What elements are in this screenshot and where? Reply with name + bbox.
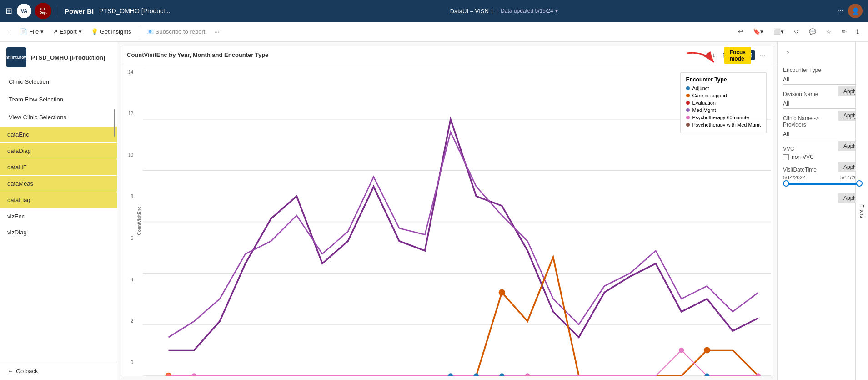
date-range-row: 5/14/2022 5/14/2024: [783, 175, 863, 180]
sidebar-scroll-thumb: [114, 109, 115, 137]
logo-area: VA U.S.Dept Power BI PTSD_OMHO [Product.…: [17, 3, 171, 19]
logo-line1: mtl: [5, 55, 12, 60]
date-start: 5/14/2022: [783, 175, 805, 180]
export-icon: ↗: [53, 28, 58, 35]
grid-icon[interactable]: ⊞: [5, 6, 12, 16]
sort-asc-button[interactable]: ↑: [699, 50, 707, 60]
topbar-center: DataUI – VISN 1 | Data updated 5/15/24 ▾: [175, 8, 833, 15]
logo-line2: mtl.how: [12, 55, 27, 60]
ribbon-sep: [139, 26, 139, 37]
focus-mode-button[interactable]: ⊡: [745, 50, 755, 60]
sidebar-item-view-clinic[interactable]: View Clinic Selections: [0, 108, 117, 126]
powerbi-label: Power BI: [65, 7, 94, 15]
subscribe-button[interactable]: 📧 Subscribe to report: [143, 26, 209, 37]
chart-main: 2022 May 2022 June 2022 July 2022 August…: [143, 68, 771, 374]
sidebar-item-clinic-selection[interactable]: Clinic Selection: [0, 73, 117, 91]
nonvvc-checkbox[interactable]: [783, 154, 789, 160]
sort-desc-button[interactable]: ↓: [710, 50, 717, 60]
y-label-14: 14: [123, 70, 133, 75]
sidebar-item-data-hf[interactable]: dataHF: [0, 159, 117, 175]
ribbon: ‹ 📄 File ▾ ↗ Export ▾ 💡 Get insights 📧 S…: [0, 22, 868, 42]
insights-button[interactable]: 💡 Get insights: [87, 26, 135, 37]
sidebar-item-data-meas[interactable]: dataMeas: [0, 176, 117, 192]
hierarchical-button[interactable]: ⊞: [720, 50, 730, 60]
encounter-type-dropdown[interactable]: All ▾: [783, 75, 863, 85]
info-button[interactable]: ℹ: [853, 26, 863, 37]
date-slider-left-thumb[interactable]: [783, 180, 789, 187]
sidebar-nav: Clinic Selection Team Flow Selection Vie…: [0, 73, 117, 240]
svg-point-17: [679, 348, 684, 353]
care-dot: [686, 94, 690, 97]
bookmark-button[interactable]: 🔖▾: [749, 26, 767, 37]
division-name-dropdown[interactable]: All ▾: [783, 99, 863, 109]
chart-toolbar: ↑ ↓ ⊞ ⧉ ⊡ ···: [699, 50, 768, 60]
copy-button[interactable]: ⧉: [733, 50, 742, 60]
date-slider-fill: [786, 183, 859, 185]
psycho-med-dot: [686, 123, 690, 127]
more-options-button[interactable]: ···: [758, 50, 768, 60]
clinic-selection-label: Clinic Selection: [9, 78, 49, 85]
filters-tab[interactable]: Filters: [855, 42, 868, 380]
clinic-providers-dropdown[interactable]: All ▾: [783, 130, 863, 139]
y-label-8: 8: [123, 194, 133, 199]
sidebar-logo: mtl mtl.how: [6, 47, 26, 67]
psycho60-dot: [686, 116, 690, 119]
update-label[interactable]: Data updated 5/15/24 ▾: [501, 8, 557, 14]
data-flag-label: dataFlag: [7, 197, 30, 203]
topbar-right: ··· 👤: [838, 4, 863, 18]
file-label: File: [29, 28, 39, 35]
y-label-text: CountVisitEnc: [137, 207, 142, 235]
subscribe-label: Subscribe to report: [156, 28, 206, 35]
sidebar-item-data-enc[interactable]: dataEnc: [0, 127, 117, 142]
view-button[interactable]: ⬜▾: [770, 26, 788, 37]
team-flow-label: Team Flow Selection: [9, 96, 63, 103]
sidebar-item-data-flag[interactable]: dataFlag: [0, 192, 117, 208]
sidebar-go-back[interactable]: ← Go back: [0, 362, 117, 380]
undo-button[interactable]: ↩: [734, 26, 747, 37]
filters-header: › Filters: [778, 42, 868, 63]
sidebar-item-viz-diag[interactable]: vizDiag: [0, 224, 117, 240]
y-axis-labels: 14 12 10 8 6 4 2 0: [123, 68, 136, 374]
data-diag-label: dataDiag: [7, 147, 31, 154]
edit-button[interactable]: ✏: [838, 26, 850, 37]
data-meas-label: dataMeas: [7, 180, 33, 187]
main-layout: mtl mtl.how PTSD_OMHO [Production] Clini…: [0, 42, 868, 380]
chart-title: CountVisitEnc by Year, Month and Encount…: [127, 51, 696, 58]
clinic-providers-value: All: [783, 131, 789, 137]
filters-collapse-button[interactable]: ›: [782, 46, 793, 59]
evaluation-label: Evaluation: [692, 100, 716, 106]
sidebar-item-data-diag[interactable]: dataDiag: [0, 143, 117, 159]
comment-button[interactable]: 💬: [805, 26, 820, 37]
app-title: PTSD_OMHO [Product...: [99, 7, 170, 15]
collapse-sidebar-button[interactable]: ‹: [5, 26, 15, 37]
topbar-ellipsis[interactable]: ···: [838, 7, 843, 15]
chart-body: 14 12 10 8 6 4 2 0 CountVisitEnc: [121, 64, 773, 376]
y-label-4: 4: [123, 277, 133, 282]
data-label: DataUI – VISN 1: [450, 8, 494, 15]
date-slider-right-thumb[interactable]: [856, 180, 863, 187]
sidebar-header: mtl mtl.how PTSD_OMHO [Production]: [0, 42, 117, 73]
star-button[interactable]: ☆: [823, 26, 835, 37]
collapse-icon: ‹: [9, 28, 11, 35]
legend-item-psycho60: Psychotherapy 60-minute: [686, 115, 761, 120]
svg-point-11: [704, 347, 710, 353]
filters-inner: Encounter Type All ▾ Apply Division Name…: [778, 63, 868, 380]
date-slider-track: [785, 183, 861, 185]
sidebar-item-viz-enc[interactable]: vizEnc: [0, 208, 117, 224]
content-area: Focus mode CountVisitEnc by Year, Mont: [117, 42, 777, 380]
encounter-type-label: Encounter Type: [783, 67, 863, 73]
export-button[interactable]: ↗ Export ▾: [49, 26, 85, 37]
avatar[interactable]: 👤: [848, 4, 863, 18]
division-name-value: All: [783, 101, 789, 107]
file-button[interactable]: 📄 File ▾: [16, 26, 47, 37]
adjunct-dot: [686, 86, 690, 90]
ribbon-ellipsis-button[interactable]: ···: [211, 26, 223, 37]
sidebar-item-team-flow[interactable]: Team Flow Selection: [0, 91, 117, 108]
refresh-button[interactable]: ↺: [790, 26, 803, 37]
chart-panel: Focus mode CountVisitEnc by Year, Mont: [121, 46, 773, 376]
svg-point-14: [474, 373, 479, 376]
viz-enc-label: vizEnc: [7, 213, 25, 220]
psycho-med-label: Psychotherapy with Med Mgmt: [692, 122, 761, 127]
subscribe-icon: 📧: [146, 28, 154, 35]
vvc-checkbox-row: non-VVC: [783, 154, 863, 160]
